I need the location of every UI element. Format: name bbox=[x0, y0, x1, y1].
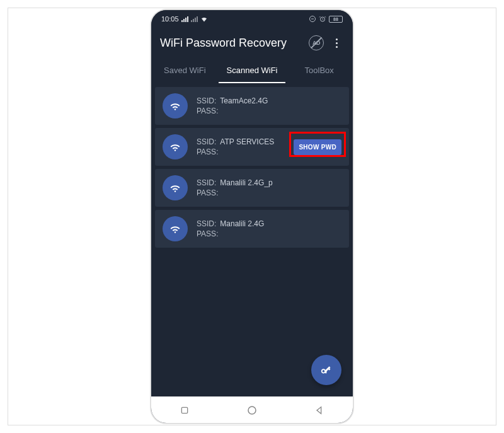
page-title: WiFi Password Recovery bbox=[160, 37, 304, 50]
app-bar: WiFi Password Recovery AD bbox=[151, 28, 353, 58]
signal-icon bbox=[181, 16, 188, 22]
clock: 10:05 bbox=[161, 15, 179, 23]
ssid-value: TeamAce2.4G bbox=[220, 96, 268, 105]
wifi-status-icon bbox=[200, 15, 208, 23]
ssid-label: SSID: bbox=[197, 137, 216, 146]
pass-label: PASS: bbox=[197, 188, 218, 197]
wifi-item[interactable]: SSID:TeamAce2.4G PASS: bbox=[155, 87, 349, 125]
ssid-value: Manalili 2.4G bbox=[220, 219, 264, 228]
wifi-icon bbox=[163, 175, 188, 200]
nav-back-button[interactable] bbox=[301, 405, 338, 415]
phone-frame: 10:05 88 WiFi Password Recovery AD Saved… bbox=[151, 10, 353, 423]
key-fab-button[interactable] bbox=[311, 355, 341, 385]
tab-saved-wifi[interactable]: Saved WiFi bbox=[151, 58, 219, 83]
status-bar: 10:05 88 bbox=[151, 10, 353, 28]
nav-home-button[interactable] bbox=[233, 405, 271, 416]
ssid-value: ATP SERVICES bbox=[220, 137, 274, 146]
overflow-menu-icon[interactable] bbox=[329, 35, 344, 50]
wifi-item[interactable]: SSID:Manalili 2.4G PASS: bbox=[155, 210, 349, 248]
wifi-icon bbox=[163, 216, 188, 241]
ssid-label: SSID: bbox=[197, 178, 216, 187]
wifi-list: SSID:TeamAce2.4G PASS: SSID:ATP SERVICES… bbox=[151, 83, 353, 396]
wifi-item[interactable]: SSID:Manalili 2.4G_p PASS: bbox=[155, 169, 349, 207]
svg-point-3 bbox=[248, 407, 256, 414]
svg-rect-2 bbox=[182, 407, 188, 413]
dnd-icon bbox=[309, 15, 316, 23]
alarm-icon bbox=[319, 15, 326, 23]
pass-label: PASS: bbox=[197, 107, 218, 115]
wifi-icon bbox=[163, 93, 188, 118]
tab-scanned-wifi[interactable]: Scanned WiFi bbox=[219, 58, 286, 83]
tab-toolbox[interactable]: ToolBox bbox=[285, 58, 353, 83]
ssid-label: SSID: bbox=[197, 219, 216, 228]
nav-recent-button[interactable] bbox=[166, 405, 203, 415]
show-password-button[interactable]: SHOW PWD bbox=[294, 139, 341, 155]
wifi-item[interactable]: SSID:ATP SERVICES PASS: SHOW PWD bbox=[155, 128, 349, 166]
ssid-value: Manalili 2.4G_p bbox=[220, 178, 272, 187]
signal-icon-2 bbox=[191, 16, 198, 22]
key-icon bbox=[319, 363, 333, 377]
no-ads-icon[interactable]: AD bbox=[309, 35, 324, 50]
wifi-icon bbox=[163, 134, 188, 159]
pass-label: PASS: bbox=[197, 147, 218, 156]
pass-label: PASS: bbox=[197, 229, 218, 238]
android-nav-bar bbox=[151, 396, 353, 423]
battery-icon: 88 bbox=[329, 16, 343, 23]
tab-bar: Saved WiFi Scanned WiFi ToolBox bbox=[151, 58, 353, 83]
ssid-label: SSID: bbox=[197, 96, 216, 105]
